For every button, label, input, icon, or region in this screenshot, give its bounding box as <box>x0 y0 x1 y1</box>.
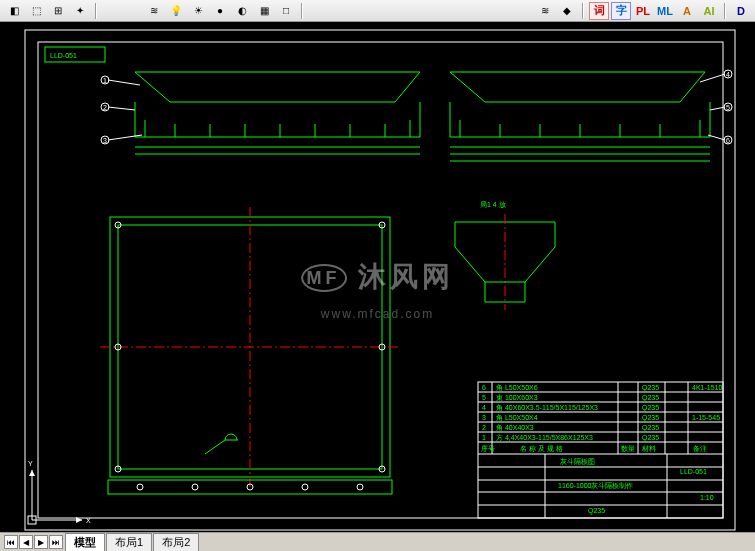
svg-text:Q235: Q235 <box>642 414 659 422</box>
svg-text:4: 4 <box>726 71 730 78</box>
detail-view: 局1 4 放 <box>455 201 555 310</box>
tab-first[interactable]: ⏮ <box>4 535 18 549</box>
separator <box>582 3 584 19</box>
cad-drawing: LLD-051 1 2 3 <box>0 22 755 532</box>
sun-icon[interactable]: ☀ <box>188 2 208 20</box>
light-icon[interactable]: 💡 <box>166 2 186 20</box>
box-icon[interactable]: □ <box>276 2 296 20</box>
svg-text:2: 2 <box>103 104 107 111</box>
svg-text:1-15-545: 1-15-545 <box>692 414 720 421</box>
svg-text:序号: 序号 <box>481 445 495 452</box>
diamond-icon[interactable]: ◆ <box>557 2 577 20</box>
svg-text:Y: Y <box>28 460 33 467</box>
svg-text:6: 6 <box>482 384 486 391</box>
layer-btn-2[interactable]: ≋ <box>535 2 555 20</box>
elevation-left: 1 2 3 <box>101 72 420 154</box>
svg-text:1:10: 1:10 <box>700 494 714 501</box>
svg-rect-0 <box>25 30 735 530</box>
svg-text:4K1-1510: 4K1-1510 <box>692 384 722 391</box>
svg-point-59 <box>302 484 308 490</box>
grid-icon[interactable]: ▦ <box>254 2 274 20</box>
separator <box>95 3 97 19</box>
circle-icon[interactable]: ● <box>210 2 230 20</box>
a-button[interactable]: A <box>677 2 697 20</box>
tab-next[interactable]: ▶ <box>34 535 48 549</box>
plan-view <box>100 207 400 494</box>
svg-text:Q235: Q235 <box>642 434 659 442</box>
tool-btn-2[interactable]: ⬚ <box>26 2 46 20</box>
svg-text:角 40X60X3.5-115/5X115/125X3: 角 40X60X3.5-115/5X115/125X3 <box>496 404 598 411</box>
svg-text:角 L50X50X4: 角 L50X50X4 <box>496 414 538 421</box>
layer-btn-1[interactable]: ≋ <box>144 2 164 20</box>
svg-text:1160-1000灰斗隔板制作: 1160-1000灰斗隔板制作 <box>558 482 633 489</box>
svg-text:名 称 及 规 格: 名 称 及 规 格 <box>520 445 563 452</box>
char-button[interactable]: 字 <box>611 2 631 20</box>
tab-layout2[interactable]: 布局2 <box>153 533 199 552</box>
ai-button[interactable]: AI <box>699 2 719 20</box>
layout-tabs: ⏮ ◀ ▶ ⏭ 模型 布局1 布局2 <box>0 532 755 551</box>
svg-text:束 100X60X3: 束 100X60X3 <box>496 394 538 401</box>
svg-text:局1 4 放: 局1 4 放 <box>480 201 506 209</box>
tab-prev[interactable]: ◀ <box>19 535 33 549</box>
ucs-axes: X Y <box>28 460 91 524</box>
half-icon[interactable]: ◐ <box>232 2 252 20</box>
frame-label: LLD-051 <box>50 52 77 59</box>
tab-layout1[interactable]: 布局1 <box>106 533 152 552</box>
svg-point-56 <box>137 484 143 490</box>
svg-point-57 <box>192 484 198 490</box>
svg-text:3: 3 <box>103 137 107 144</box>
svg-text:3: 3 <box>482 414 486 421</box>
main-toolbar: ◧ ⬚ ⊞ ✦ ≋ 💡 ☀ ● ◐ ▦ □ ≋ ◆ 词 字 PL ML A AI… <box>0 0 755 22</box>
tab-model[interactable]: 模型 <box>65 533 105 552</box>
svg-text:X: X <box>86 517 91 524</box>
svg-text:角 L50X50X6: 角 L50X50X6 <box>496 384 538 391</box>
ml-button[interactable]: ML <box>655 2 675 20</box>
svg-text:5: 5 <box>482 394 486 401</box>
svg-text:2: 2 <box>482 424 486 431</box>
svg-text:角 40X40X3: 角 40X40X3 <box>496 424 534 431</box>
tab-last[interactable]: ⏭ <box>49 535 63 549</box>
svg-text:1: 1 <box>482 434 486 441</box>
d-button[interactable]: D <box>731 2 751 20</box>
svg-line-15 <box>108 107 135 110</box>
svg-text:方 4,4X40X3-115/5X86X125X3: 方 4,4X40X3-115/5X86X125X3 <box>496 434 593 441</box>
svg-text:备注: 备注 <box>693 445 707 452</box>
svg-text:6: 6 <box>726 137 730 144</box>
tool-btn-1[interactable]: ◧ <box>4 2 24 20</box>
svg-text:Q235: Q235 <box>642 394 659 402</box>
svg-text:Q235: Q235 <box>642 384 659 392</box>
tool-btn-3[interactable]: ⊞ <box>48 2 68 20</box>
svg-text:LLD-051: LLD-051 <box>680 468 707 475</box>
separator <box>301 3 303 19</box>
drawing-canvas[interactable]: LLD-051 1 2 3 <box>0 22 755 532</box>
elevation-right: 4 5 6 <box>450 70 732 161</box>
svg-text:4: 4 <box>482 404 486 411</box>
svg-text:材料: 材料 <box>641 445 656 452</box>
tool-btn-4[interactable]: ✦ <box>70 2 90 20</box>
svg-text:数量: 数量 <box>621 445 635 452</box>
svg-point-60 <box>357 484 363 490</box>
svg-text:Q235: Q235 <box>588 507 605 515</box>
svg-text:1: 1 <box>103 77 107 84</box>
svg-text:Q235: Q235 <box>642 424 659 432</box>
separator <box>724 3 726 19</box>
svg-text:5: 5 <box>726 104 730 111</box>
svg-line-30 <box>700 74 725 82</box>
svg-line-12 <box>108 80 140 85</box>
svg-text:灰斗隔板图: 灰斗隔板图 <box>560 458 595 465</box>
svg-text:Q235: Q235 <box>642 404 659 412</box>
title-block: 6角 L50X50X6Q2354K1-1510 5束 100X60X3Q235 … <box>478 382 723 518</box>
pl-button[interactable]: PL <box>633 2 653 20</box>
svg-line-36 <box>708 135 725 140</box>
word-button[interactable]: 词 <box>589 2 609 20</box>
